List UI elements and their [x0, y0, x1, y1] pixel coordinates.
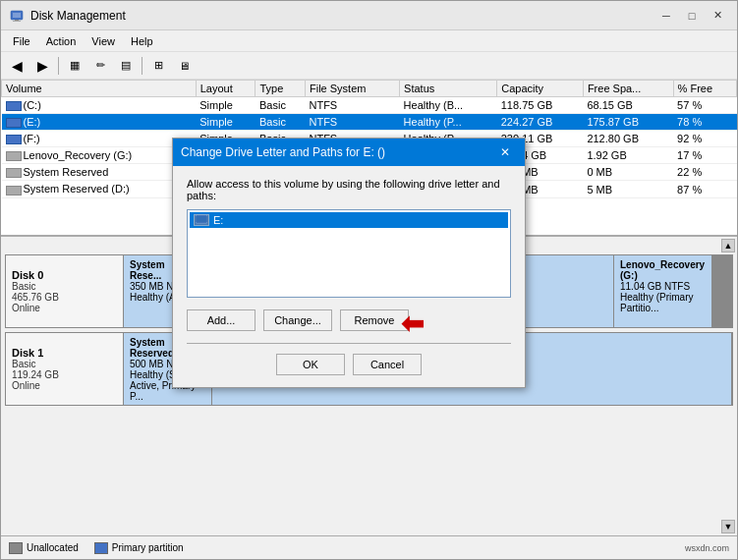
dialog-action-buttons: Add... Change... Remove: [187, 309, 511, 331]
dialog-body: Allow access to this volume by using the…: [173, 166, 525, 387]
action-buttons-container: Add... Change... Remove ⬅: [187, 309, 511, 331]
add-button[interactable]: Add...: [187, 309, 255, 331]
change-drive-letter-dialog: Change Drive Letter and Paths for E: () …: [172, 138, 526, 388]
dialog-title-bar: Change Drive Letter and Paths for E: () …: [173, 139, 525, 166]
listbox-drive-letter: E:: [213, 214, 223, 226]
drive-letter-icon: [194, 214, 209, 226]
cancel-button[interactable]: Cancel: [353, 354, 422, 375]
drive-path-listbox[interactable]: E:: [187, 209, 511, 298]
listbox-item-e[interactable]: E:: [190, 212, 508, 228]
remove-button[interactable]: Remove: [340, 309, 409, 331]
dialog-separator: [187, 343, 511, 344]
dialog-close-button[interactable]: ✕: [493, 141, 517, 163]
svg-rect-5: [197, 216, 206, 222]
dialog-description: Allow access to this volume by using the…: [187, 178, 511, 201]
change-button[interactable]: Change...: [263, 309, 332, 331]
dialog-ok-cancel-buttons: OK Cancel: [187, 354, 511, 375]
dialog-overlay: Change Drive Letter and Paths for E: () …: [0, 0, 738, 560]
dialog-title: Change Drive Letter and Paths for E: (): [181, 145, 493, 159]
ok-button[interactable]: OK: [276, 354, 345, 375]
